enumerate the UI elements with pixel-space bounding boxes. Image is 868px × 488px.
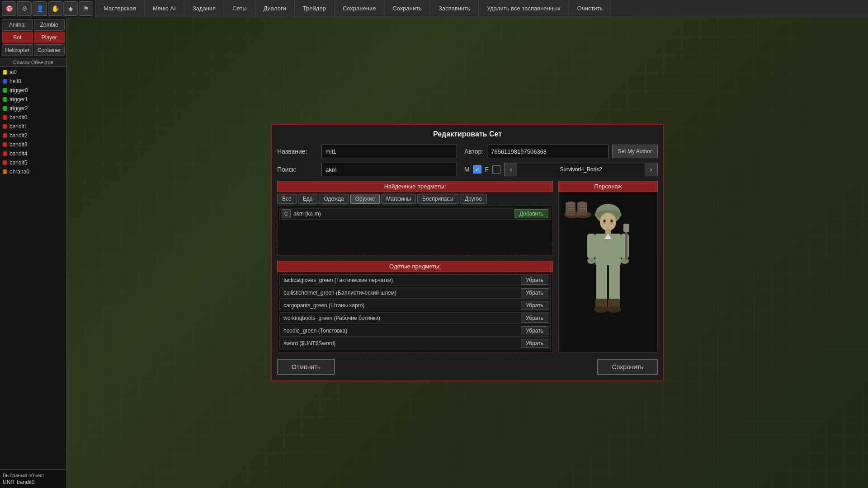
dot-green (3, 106, 7, 111)
icon-gun[interactable]: 🎯 (2, 1, 16, 16)
remove-item-button[interactable]: Убрать (521, 314, 548, 323)
list-item[interactable]: trigger0 (1, 86, 66, 95)
gender-f-label: F (485, 166, 489, 173)
list-item[interactable]: trigger1 (1, 95, 66, 104)
icon-diamond[interactable]: ◆ (63, 1, 78, 16)
remove-item-button[interactable]: Убрать (521, 288, 548, 297)
filter-clothes[interactable]: Одежда (319, 194, 349, 204)
dot-red (3, 124, 7, 129)
dot-red (3, 151, 7, 156)
nav-spawn[interactable]: Заспавнить (430, 0, 479, 17)
toolbar-icons: 🎯 ⚙ 👤 ✋ ◆ ⚑ (0, 0, 95, 17)
type-btn-player[interactable]: Player (34, 32, 65, 43)
remove-item-button[interactable]: Убрать (521, 339, 548, 348)
author-label: Автор: (464, 148, 483, 155)
equipped-list: tacticalgloves_green (Тактические перчат… (277, 272, 553, 352)
icon-flag[interactable]: ⚑ (79, 1, 93, 16)
svg-rect-24 (596, 264, 607, 300)
nav-save[interactable]: Сохранить (384, 0, 430, 17)
dot-yellow (3, 70, 7, 75)
list-item[interactable]: bandit1 (1, 122, 66, 131)
modal-title: Редактировать Сет (277, 130, 658, 138)
list-item[interactable]: bandit2 (1, 131, 66, 140)
list-item[interactable]: trigger2 (1, 104, 66, 113)
remove-item-button[interactable]: Убрать (521, 276, 548, 285)
nav-dialogi[interactable]: Диалоги (255, 0, 295, 17)
type-btn-zombie[interactable]: Zombie (34, 19, 65, 31)
search-label: Поиск: (277, 166, 318, 173)
nav-save-state[interactable]: Сохранение (335, 0, 385, 17)
dot-green (3, 88, 7, 93)
type-btn-helicopter[interactable]: Helicopter (2, 44, 33, 56)
cancel-button[interactable]: Отменить (277, 359, 335, 375)
char-next-button[interactable]: › (645, 163, 657, 176)
icon-compass[interactable]: ⚙ (17, 1, 32, 16)
nav-trader[interactable]: Трейдер (295, 0, 335, 17)
list-item[interactable]: ohrana0 (1, 167, 66, 176)
character-svg (572, 201, 644, 337)
nav-sety[interactable]: Сеты (224, 0, 255, 17)
author-input[interactable] (487, 145, 608, 158)
svg-point-2 (566, 202, 576, 206)
filter-shops[interactable]: Магазины (381, 194, 416, 204)
filter-ammo[interactable]: Боеприпасы (417, 194, 458, 204)
list-item[interactable]: ai0 (1, 68, 66, 77)
object-type-grid: Animal Zombie Bot Player Helicopter Cont… (0, 17, 66, 58)
icon-figure[interactable]: 👤 (33, 1, 47, 16)
nav-clear[interactable]: Очистить (569, 0, 612, 17)
equipped-item-name: hoodie_green (Толстовка) (282, 327, 521, 335)
list-item[interactable]: bandit0 (1, 113, 66, 122)
svg-point-29 (607, 306, 621, 313)
filter-other[interactable]: Другое (460, 194, 487, 204)
save-button[interactable]: Сохранить (597, 359, 658, 375)
dot-green (3, 97, 7, 102)
add-item-button[interactable]: Добавить (514, 209, 548, 218)
filter-all[interactable]: Все (277, 194, 297, 204)
equipped-item-row: ballistichelmet_green (Баллистический шл… (279, 287, 551, 299)
remove-item-button[interactable]: Убрать (521, 301, 548, 310)
gender-f-checkbox[interactable] (492, 165, 500, 174)
nav-zadaniya[interactable]: Задания (184, 0, 224, 17)
list-item[interactable]: heli0 (1, 77, 66, 86)
found-items-header: Найденные предметы: (277, 181, 553, 192)
svg-point-20 (587, 258, 595, 264)
name-input[interactable] (321, 145, 457, 158)
equipped-item-row: hoodie_green (Толстовка) Убрать (279, 325, 551, 337)
equipped-item-row: cargopants_green (Штаны карго) Убрать (279, 300, 551, 311)
list-item[interactable]: bandit5 (1, 158, 66, 167)
left-sidebar: Animal Zombie Bot Player Helicopter Cont… (0, 17, 67, 488)
svg-point-5 (577, 202, 587, 206)
filter-weapons[interactable]: Оружие (350, 194, 380, 204)
equipped-item-name: tacticalgloves_green (Тактические перчат… (282, 276, 521, 284)
dot-red (3, 115, 7, 120)
svg-point-27 (594, 306, 609, 313)
icon-hand[interactable]: ✋ (48, 1, 62, 16)
object-list: ai0 heli0 trigger0 trigger1 trigger2 ban… (0, 67, 66, 488)
char-prev-button[interactable]: ‹ (505, 163, 517, 176)
remove-item-button[interactable]: Убрать (521, 326, 548, 335)
character-nav: ‹ SurvivorH_Boris2 › (504, 163, 658, 176)
list-item[interactable]: bandit4 (1, 149, 66, 158)
set-author-button[interactable]: Set My Author (612, 145, 658, 158)
filter-food[interactable]: Еда (298, 194, 318, 204)
nav-masterskaya[interactable]: Мастерская (95, 0, 145, 17)
name-label: Название: (277, 148, 318, 155)
nav-delete-all[interactable]: Удалить все заспавненных (479, 0, 569, 17)
search-input[interactable] (321, 163, 457, 176)
type-btn-animal[interactable]: Animal (2, 19, 33, 31)
list-item[interactable]: bandit3 (1, 140, 66, 149)
gender-m-label: M (464, 166, 470, 173)
svg-point-32 (604, 220, 606, 222)
found-item-row: C akm (ka-m) Добавить (279, 208, 551, 220)
equipped-item-name: workingboots_green (Рабочие ботинки) (282, 314, 521, 322)
map-area: Редактировать Сет Название: Автор: Set M… (67, 17, 868, 488)
nav-menu-ai[interactable]: Меню AI (145, 0, 184, 17)
type-btn-container[interactable]: Container (34, 44, 65, 56)
type-btn-bot[interactable]: Bot (2, 32, 33, 43)
modal-footer: Отменить Сохранить (277, 359, 658, 375)
equipped-section: Одетые предметы: tacticalgloves_green (Т… (277, 261, 553, 352)
equipped-item-name: ballistichelmet_green (Баллистический шл… (282, 289, 521, 297)
right-panel: Персонаж (558, 181, 658, 352)
equipped-item-row: workingboots_green (Рабочие ботинки) Убр… (279, 312, 551, 324)
gender-m-checkbox[interactable]: ✓ (473, 165, 481, 174)
